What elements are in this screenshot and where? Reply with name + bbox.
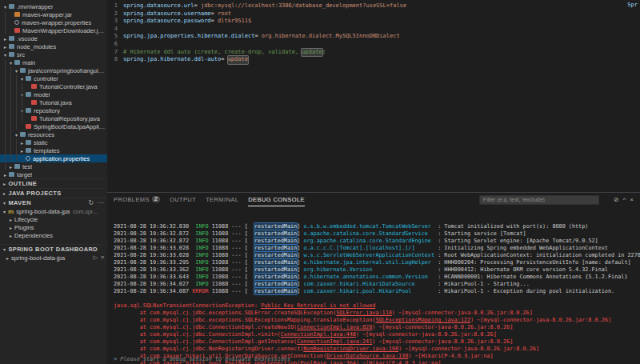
file-tree: ▾.mvn\wrappermaven-wrapper.jarmaven-wrap… xyxy=(0,0,107,178)
maven-item-plugins[interactable]: ▸ Plugins xyxy=(0,223,107,231)
section-label: MAVEN xyxy=(8,199,31,206)
code-token: jdbc:mysql://localhost:3306/database_dev… xyxy=(201,2,406,10)
debug-console-input[interactable]: > Please start a debug session to evalua… xyxy=(114,356,290,363)
section-java-projects[interactable]: ▸ JAVA PROJECTS xyxy=(0,188,107,198)
editor[interactable]: Spr 1spring.datasource.url= jdbc:mysql:/… xyxy=(107,0,640,192)
indent-guide xyxy=(22,83,22,122)
tree-item-label: maven-wrapper.properties xyxy=(22,19,91,26)
code-line[interactable]: 3spring.datasource.password= dltkr9511$ xyxy=(107,18,640,26)
console-text: ) ~[HikariCP-4.0.3.jar:na] xyxy=(356,360,441,364)
folder-icon xyxy=(14,164,20,169)
tree-item-main[interactable]: ▾main xyxy=(0,58,107,66)
thread-highlight: restartedMain xyxy=(254,230,297,237)
code-line[interactable]: 6 xyxy=(107,41,640,49)
chevron-right-icon: ▸ xyxy=(8,164,14,170)
console-text: ) ~[mysql-connector-java-8.0.26.jar:8.0.… xyxy=(372,324,513,330)
close-panel-icon[interactable]: × xyxy=(630,196,634,203)
code-line[interactable]: 2spring.datasource.username= root xyxy=(107,10,640,18)
panel-tab-terminal[interactable]: TERMINAL xyxy=(206,193,238,206)
folder-icon xyxy=(14,60,20,65)
tree-item-label: application.properties xyxy=(33,155,90,162)
maven-item-lifecycle[interactable]: ▸ Lifecycle xyxy=(0,215,107,223)
code-line[interactable]: 7# Hibernate ddl auto (create, create-dr… xyxy=(107,49,640,57)
chevron-right-icon: ▸ xyxy=(3,190,6,196)
console-text: 11088 --- [ xyxy=(209,274,254,280)
java-icon xyxy=(31,116,37,121)
maven-item-dependencies[interactable]: ▸ Dependencies xyxy=(0,231,107,239)
tree-item-mavenwrapperdownloader-java[interactable]: MavenWrapperDownloader.java xyxy=(0,26,107,34)
console-log-line: 2021-08-28 19:36:32.872 INFO 11088 --- [… xyxy=(114,230,640,238)
stack-link[interactable]: SQLExceptionsMapping.java:122 xyxy=(375,317,470,323)
panel-tab-problems[interactable]: PROBLEMS2 xyxy=(114,193,160,206)
spring-app-row[interactable]: ▸ spring-boot-data-jpa ▷ ≡ xyxy=(0,254,107,262)
debug-icon[interactable]: ≡ xyxy=(101,254,104,261)
section-outline[interactable]: ▸ OUTLINE xyxy=(0,178,107,188)
stack-link[interactable]: ConnectionImpl.java:241 xyxy=(297,338,372,345)
stack-link[interactable]: ConnectionImpl.java:448 xyxy=(281,331,356,338)
code-token: # Hibernate ddl auto (create, create-dro… xyxy=(123,49,302,57)
chevron-down-icon: ▾ xyxy=(3,200,6,206)
log-level: INFO xyxy=(192,230,208,237)
stack-link[interactable]: ConnectionImpl.java:828 xyxy=(297,324,372,330)
maximize-panel-icon[interactable]: ^ xyxy=(623,196,626,203)
log-level: INFO xyxy=(192,252,208,258)
console-text: ) ~[mysql-connector-java-8.0.26.jar:8.0.… xyxy=(398,346,539,352)
tree-item-target[interactable]: ▸target xyxy=(0,170,107,178)
clear-console-icon[interactable]: ⊘ xyxy=(614,196,619,203)
console-output: 2021-08-28 19:36:32.830 INFO 11088 --- [… xyxy=(114,223,640,364)
log-message: : Root WebApplicationContext: initializa… xyxy=(434,252,640,258)
chevron-right-icon: ▸ xyxy=(2,36,8,42)
tree-item-node-modules[interactable]: ▸node_modules xyxy=(0,42,107,50)
tree-item-src[interactable]: ▾src xyxy=(0,50,107,58)
logger-name: o.hibernate.annotations.common.Version xyxy=(303,274,434,280)
console-text: at com.mysql.cj.jdbc.exceptions.SQLError… xyxy=(114,310,336,316)
tree-item-resources[interactable]: ▾resources xyxy=(0,130,107,138)
chevron-right-icon: ▸ xyxy=(19,148,25,154)
code-token: ) xyxy=(322,49,326,57)
exception-message: Public Key Retrieval is not allowed xyxy=(261,302,375,309)
stack-link[interactable]: NonRegisteringDriver.java:198 xyxy=(303,346,398,352)
folder-icon xyxy=(9,172,14,177)
tree-item-maven-wrapper-properties[interactable]: maven-wrapper.properties xyxy=(0,18,107,26)
console-text: 2021-08-28 19:36:33.643 xyxy=(114,274,192,280)
line-number: 5 xyxy=(107,33,123,41)
code-line[interactable]: 1spring.datasource.url= jdbc:mysql://loc… xyxy=(107,2,640,10)
logger-name: w.s.c.ServletWebServerApplicationContext xyxy=(303,252,434,258)
stack-link[interactable]: PoolBase.java:364 xyxy=(300,360,356,364)
log-message: : HHH000204: Processing PersistenceUnitI… xyxy=(434,259,631,266)
tree-item-mvn-wrapper[interactable]: ▾.mvn\wrapper xyxy=(0,2,107,10)
maven-project-row[interactable]: ▾ m spring-boot-data-jpa com.spr... xyxy=(0,207,107,215)
stack-link[interactable]: DriverDataSource.java:138 xyxy=(326,353,408,359)
code-line[interactable]: 4 xyxy=(107,26,640,34)
tree-item-java-com-springboot-angular[interactable]: ▾java\com\springboot\angular... xyxy=(0,66,107,74)
section-label: OUTLINE xyxy=(8,180,37,187)
stack-link[interactable]: SQLError.java:110 xyxy=(336,310,392,316)
tree-item-vscode[interactable]: ▸.vscode xyxy=(0,34,107,42)
tree-item-test[interactable]: ▸test xyxy=(0,162,107,170)
refresh-icon[interactable]: ↻ xyxy=(88,199,94,206)
run-icon[interactable]: ▷ xyxy=(94,254,98,261)
code-token: dltkr9511$ xyxy=(218,18,251,26)
filter-input[interactable] xyxy=(479,195,599,205)
thread-highlight: restartedMain xyxy=(254,252,297,258)
code-token: root xyxy=(218,10,231,18)
console-text: 2021-08-28 19:36:34.027 xyxy=(114,281,192,287)
console-log-line: 2021-08-28 19:36:33.295 INFO 11088 --- [… xyxy=(114,259,640,266)
stack-frame: at com.mysql.cj.jdbc.exceptions.SQLError… xyxy=(114,310,640,317)
panel-tab-output[interactable]: OUTPUT xyxy=(170,193,196,206)
panel-tab-debug-console[interactable]: DEBUG CONSOLE xyxy=(248,193,305,206)
tree-item-label: test xyxy=(22,163,32,170)
console-text: at com.mysql.cj.jdbc.exceptions.SQLExcep… xyxy=(114,317,375,323)
more-actions-icon[interactable]: ⋯ xyxy=(98,199,104,206)
indent-guide xyxy=(10,67,11,162)
vscode-window: ▾.mvn\wrappermaven-wrapper.jarmaven-wrap… xyxy=(0,0,640,364)
log-message: : Starting Servlet engine: [Apache Tomca… xyxy=(434,238,598,244)
section-spring-boot-dashboard[interactable]: ▾ SPRING BOOT DASHBOARD xyxy=(0,244,107,254)
console-text: at com.mysql.cj.jdbc.NonRegisteringDrive… xyxy=(114,346,303,352)
thread-highlight: restartedMain xyxy=(254,281,297,287)
code-token: spring.jpa.properties.hibernate.dialect xyxy=(123,33,254,41)
code-line[interactable]: 8spring.jpa.hibernate.ddl-auto= update xyxy=(107,56,640,64)
section-maven[interactable]: ▾ MAVEN ↻ ⋯ xyxy=(0,198,107,207)
tree-item-maven-wrapper-jar[interactable]: maven-wrapper.jar xyxy=(0,10,107,18)
code-line[interactable]: 5spring.jpa.properties.hibernate.dialect… xyxy=(107,33,640,41)
